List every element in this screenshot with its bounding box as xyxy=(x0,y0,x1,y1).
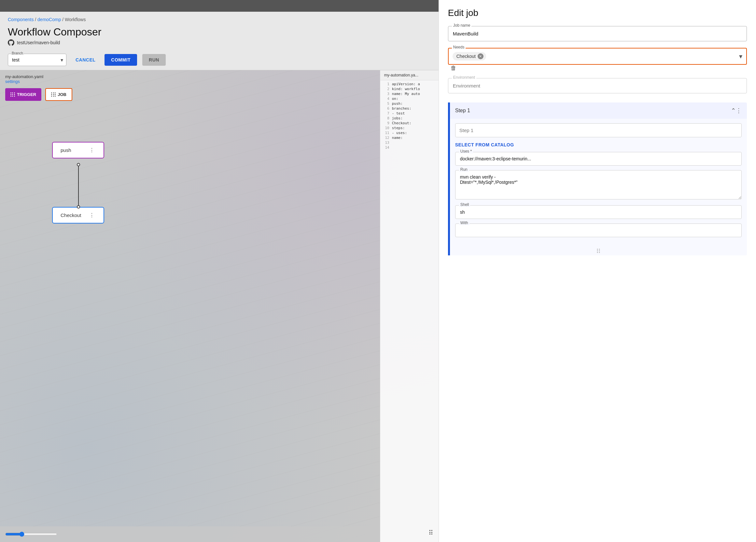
step-with-label: With xyxy=(459,221,469,225)
breadcrumb: Components / demoComp / Workflows xyxy=(0,12,439,23)
branch-select[interactable]: test xyxy=(8,54,66,66)
code-line: 3name: My auto xyxy=(380,91,439,96)
step-name-input[interactable] xyxy=(455,123,742,137)
connector-dot-top xyxy=(77,163,80,166)
needs-label: Needs xyxy=(452,45,466,49)
job-label: JOB xyxy=(58,92,66,97)
slider-area xyxy=(0,526,439,542)
push-node[interactable]: push ⋮ xyxy=(52,142,104,159)
left-panel: Components / demoComp / Workflows Workfl… xyxy=(0,0,439,542)
step-shell-label: Shell xyxy=(459,202,470,207)
needs-delete-button[interactable]: 🗑 xyxy=(451,65,456,72)
code-line: 2kind: workflo xyxy=(380,87,439,91)
svg-point-3 xyxy=(599,251,600,252)
code-panel-header: my-automation.ya... xyxy=(380,70,439,80)
node-connector xyxy=(78,165,79,207)
step-shell-field: Shell xyxy=(455,205,742,219)
step-more-button[interactable]: ⋮ xyxy=(736,107,742,114)
code-line: 12 name: xyxy=(380,135,439,140)
select-from-catalog-button[interactable]: SELECT FROM CATALOG xyxy=(455,142,514,147)
checkout-node-label: Checkout xyxy=(61,213,81,218)
trigger-button[interactable]: TRIGGER xyxy=(5,88,41,101)
step-body: SELECT FROM CATALOG Uses * Run mvn clean… xyxy=(450,119,747,246)
branch-select-wrapper: Branch test ▾ xyxy=(8,54,66,66)
step-run-label: Run xyxy=(459,167,469,172)
step-shell-input[interactable] xyxy=(455,205,742,219)
commit-button[interactable]: COMMIT xyxy=(105,54,137,66)
branch-label: Branch xyxy=(11,51,24,55)
drag-handle-icon: ⠿ xyxy=(428,529,433,537)
trigger-label: TRIGGER xyxy=(17,92,36,97)
needs-chip-close-button[interactable]: ✕ xyxy=(478,53,483,59)
job-name-label: Job name xyxy=(452,23,472,28)
cancel-button[interactable]: CANCEL xyxy=(72,55,99,65)
step-run-textarea[interactable]: mvn clean verify - Dtest="*,!MySql*,!Pos… xyxy=(455,170,742,200)
yaml-settings-link[interactable]: settings xyxy=(5,79,43,84)
needs-container: Checkout ✕ ▾ xyxy=(448,48,747,65)
code-line: 6 branches: xyxy=(380,106,439,111)
breadcrumb-democomp[interactable]: demoComp xyxy=(37,17,61,22)
connector-dot-bottom xyxy=(77,205,80,209)
code-line: 11 - uses: xyxy=(380,131,439,135)
push-node-menu-button[interactable]: ⋮ xyxy=(88,146,96,154)
code-line: 14 xyxy=(380,145,439,150)
code-line: 9 Checkout: xyxy=(380,121,439,126)
right-panel: Edit job Job name Needs Checkout ✕ ▾ 🗑 E… xyxy=(439,0,756,542)
step-collapse-button[interactable]: ⌃ xyxy=(731,107,736,114)
code-line: 5 push: xyxy=(380,101,439,106)
zoom-slider[interactable] xyxy=(5,532,57,537)
trigger-job-row: TRIGGER JOB xyxy=(5,88,72,101)
step-uses-input[interactable] xyxy=(455,152,742,166)
yaml-header: my-automation.yaml settings xyxy=(5,74,43,84)
edit-job-title: Edit job xyxy=(448,8,747,18)
svg-point-2 xyxy=(597,251,598,252)
code-lines: 1apiVersion: a2kind: workflo3name: My au… xyxy=(380,80,439,151)
environment-label: Environment xyxy=(452,75,476,80)
svg-point-4 xyxy=(597,252,598,253)
step-uses-field: Uses * xyxy=(455,152,742,166)
code-panel: my-automation.ya... 1apiVersion: a2kind:… xyxy=(380,70,439,542)
step-drag-handle[interactable] xyxy=(450,246,747,256)
page-title: Workflow Composer xyxy=(8,26,431,38)
svg-point-1 xyxy=(599,249,600,250)
needs-chip-label: Checkout xyxy=(456,54,476,59)
code-line: 4on: xyxy=(380,96,439,101)
svg-point-0 xyxy=(597,249,598,250)
needs-chip: Checkout ✕ xyxy=(453,52,486,61)
checkout-node[interactable]: Checkout ⋮ xyxy=(52,207,104,224)
svg-point-5 xyxy=(599,252,600,253)
environment-input[interactable] xyxy=(448,78,747,93)
canvas-area: my-automation.yaml settings TRIGGER JOB xyxy=(0,70,439,542)
checkout-node-menu-button[interactable]: ⋮ xyxy=(88,212,96,219)
step-run-field: Run mvn clean verify - Dtest="*,!MySql*,… xyxy=(455,170,742,201)
step-uses-label: Uses * xyxy=(459,149,473,154)
job-dots-icon xyxy=(51,92,56,97)
run-button[interactable]: RUN xyxy=(142,54,166,66)
breadcrumb-workflows: Workflows xyxy=(65,17,86,22)
push-node-label: push xyxy=(61,147,71,153)
toolbar: Branch test ▾ CANCEL COMMIT RUN xyxy=(0,50,439,70)
yaml-filename: my-automation.yaml xyxy=(5,74,43,79)
breadcrumb-components[interactable]: Components xyxy=(8,17,34,22)
job-name-field: Job name xyxy=(448,26,747,41)
trigger-dots-icon xyxy=(10,92,15,97)
step-with-input[interactable] xyxy=(455,224,742,237)
job-name-input[interactable] xyxy=(448,26,747,41)
step-header: Step 1 ⌃ ⋮ xyxy=(450,103,747,119)
page-title-area: Workflow Composer testUser/maven-build xyxy=(0,23,439,50)
code-line: 8jobs: xyxy=(380,116,439,121)
repo-name: testUser/maven-build xyxy=(17,40,60,45)
repo-row: testUser/maven-build xyxy=(8,39,431,46)
code-line: 1apiVersion: a xyxy=(380,82,439,87)
code-line: 10 steps: xyxy=(380,126,439,131)
step-with-field: With xyxy=(455,224,742,237)
github-icon xyxy=(8,39,14,46)
step-card: Step 1 ⌃ ⋮ SELECT FROM CATALOG Uses * Ru… xyxy=(448,103,747,256)
needs-field: Needs Checkout ✕ ▾ 🗑 xyxy=(448,48,747,72)
needs-dropdown-arrow-icon[interactable]: ▾ xyxy=(739,52,742,60)
canvas-background xyxy=(0,70,439,542)
top-bar xyxy=(0,0,439,12)
job-button[interactable]: JOB xyxy=(45,88,72,101)
step-title: Step 1 xyxy=(455,108,731,114)
code-line: 7 - test xyxy=(380,111,439,116)
